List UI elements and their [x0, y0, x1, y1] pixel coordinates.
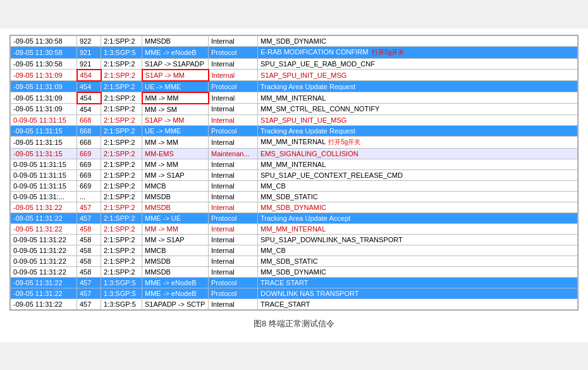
table-cell: Internal: [209, 104, 258, 115]
table-cell: Internal: [209, 114, 258, 125]
table-cell: 2:1:SPP:2: [101, 35, 142, 46]
table-cell: MM_CB: [258, 180, 578, 191]
table-cell: -09-05 11:31:15: [11, 125, 77, 136]
table-cell: Internal: [209, 136, 258, 148]
table-cell: MM_SDB_STATIC: [258, 256, 578, 266]
table-row: 0-09-05 11:31:224582:1:SPP:2MM -> S1APIn…: [11, 234, 578, 245]
table-cell: 454: [77, 81, 101, 92]
table-row: -09-05 11:31:224571:3:SGP:5S1APADP -> SC…: [11, 299, 578, 309]
table-cell: 0-09-05 11:31:15: [11, 114, 77, 125]
table-cell: 669: [77, 159, 101, 170]
table-cell: MM_SDB_DYNAMIC: [258, 202, 578, 213]
signal-table: -09-05 11:30:589222:1:SPP:2MMSDBInternal…: [10, 35, 578, 310]
table-row: -09-05 11:31:156682:1:SPP:2UE -> MMEProt…: [11, 125, 578, 136]
table-cell: Internal: [209, 266, 258, 277]
table-cell: 2:1:SPP:2: [101, 70, 142, 81]
table-row: -09-05 11:30:589211:3:SGP:5MME -> eNodeB…: [11, 46, 578, 58]
table-cell: MM -> S1AP: [142, 234, 209, 245]
table-row: -09-05 11:31:156692:1:SPP:2MM-EMSMainten…: [11, 148, 578, 159]
table-cell: 458: [77, 223, 101, 234]
table-cell: MM -> MM: [142, 92, 209, 104]
table-cell: 2:1:SPP:2: [101, 114, 142, 125]
table-cell: Tracking Area Update Request: [258, 81, 578, 92]
table-cell: MM -> SM: [142, 104, 209, 115]
table-cell: 457: [77, 213, 101, 223]
table-cell: Internal: [209, 234, 258, 245]
table-row: 0-09-05 11:31:224582:1:SPP:2MMCBInternal…: [11, 245, 578, 256]
table-cell: Internal: [209, 223, 258, 234]
table-cell: -09-05 11:31:22: [11, 288, 77, 299]
table-cell: 2:1:SPP:2: [101, 58, 142, 70]
table-cell: 2:1:SPP:2: [101, 180, 142, 191]
table-row: -09-05 11:31:224582:1:SPP:2MM -> MMInter…: [11, 223, 578, 234]
table-cell: Internal: [209, 70, 258, 81]
table-cell: MMCB: [142, 180, 209, 191]
table-cell: Protocol: [209, 46, 258, 58]
figure-caption: 图8 终端正常测试信令: [9, 318, 579, 330]
table-row: -09-05 11:31:224572:1:SPP:2MMSDBInternal…: [11, 202, 578, 213]
table-cell: Protocol: [209, 81, 258, 92]
table-cell: -09-05 11:31:22: [11, 202, 77, 213]
table-cell: MM -> S1AP: [142, 170, 209, 180]
table-cell: MM_MM_INTERNAL: [258, 159, 578, 170]
table-cell: 669: [77, 170, 101, 180]
table-row: -09-05 11:30:589212:1:SPP:2S1AP -> S1APA…: [11, 58, 578, 70]
table-cell: 454: [77, 70, 101, 81]
table-cell: MMSDB: [142, 202, 209, 213]
table-cell: 2:1:SPP:2: [101, 125, 142, 136]
table-cell: Protocol: [209, 213, 258, 223]
page-container: -09-05 11:30:589222:1:SPP:2MMSDBInternal…: [0, 28, 588, 342]
table-cell: Protocol: [209, 277, 258, 288]
table-cell: TRACE START: [258, 277, 578, 288]
table-cell: 0-09-05 11:31:15: [11, 180, 77, 191]
table-row: 0-09-05 11:31:156692:1:SPP:2MM -> S1APIn…: [11, 170, 578, 180]
table-cell: MMSDB: [142, 35, 209, 46]
table-cell: Internal: [209, 35, 258, 46]
table-cell: MM_SDB_DYNAMIC: [258, 266, 578, 277]
table-cell: 454: [77, 104, 101, 115]
table-cell: -09-05 11:30:58: [11, 46, 77, 58]
table-cell: Tracking Area Update Request: [258, 125, 578, 136]
table-row: -09-05 11:31:224572:1:SPP:2MME -> UEProt…: [11, 213, 578, 223]
table-cell: 1:3:SGP:5: [101, 277, 142, 288]
table-cell: MMSDB: [142, 191, 209, 202]
table-cell: MM_MM_INTERNAL打开5g开关: [258, 136, 578, 148]
table-cell: S1AP -> MM: [142, 114, 209, 125]
table-cell: MMSDB: [142, 256, 209, 266]
table-cell: -09-05 11:31:22: [11, 213, 77, 223]
table-cell: 0-09-05 11:31:22: [11, 256, 77, 266]
table-row: 0-09-05 11:31:156682:1:SPP:2S1AP -> MMIn…: [11, 114, 578, 125]
table-cell: E-RAB MODIFICATION CONFIRM打开5g开关: [258, 46, 578, 58]
table-cell: UE -> MME: [142, 81, 209, 92]
table-cell: MMCB: [142, 245, 209, 256]
table-cell: -09-05 11:31:15: [11, 148, 77, 159]
table-cell: 922: [77, 35, 101, 46]
table-cell: 458: [77, 245, 101, 256]
table-row: 0-09-05 11:31:156692:1:SPP:2MMCBInternal…: [11, 180, 578, 191]
table-cell: -09-05 11:31:22: [11, 299, 77, 309]
table-cell: 2:1:SPP:2: [101, 81, 142, 92]
table-cell: S1APADP -> SCTP: [142, 299, 209, 309]
table-cell: Internal: [209, 202, 258, 213]
table-cell: Internal: [209, 245, 258, 256]
table-cell: 1:3:SGP:5: [101, 288, 142, 299]
table-cell: 668: [77, 136, 101, 148]
table-cell: 0-09-05 11:31:...: [11, 191, 77, 202]
table-cell: MME -> eNodeB: [142, 288, 209, 299]
table-cell: MM_MM_INTERNAL: [258, 223, 578, 234]
table-cell: 921: [77, 58, 101, 70]
table-cell: 2:1:SPP:2: [101, 148, 142, 159]
table-cell: 0-09-05 11:31:15: [11, 159, 77, 170]
table-row: -09-05 11:31:094542:1:SPP:2UE -> MMEProt…: [11, 81, 578, 92]
table-cell: MM-EMS: [142, 148, 209, 159]
table-cell: 2:1:SPP:2: [101, 266, 142, 277]
table-cell: Maintenan...: [209, 148, 258, 159]
table-cell: MME -> eNodeB: [142, 46, 209, 58]
table-cell: Internal: [209, 159, 258, 170]
table-cell: -09-05 11:31:22: [11, 223, 77, 234]
table-cell: MM -> MM: [142, 223, 209, 234]
table-cell: 2:1:SPP:2: [101, 92, 142, 104]
table-cell: 457: [77, 277, 101, 288]
table-cell: DOWNLINK NAS TRANSPORT: [258, 288, 578, 299]
table-cell: Protocol: [209, 288, 258, 299]
